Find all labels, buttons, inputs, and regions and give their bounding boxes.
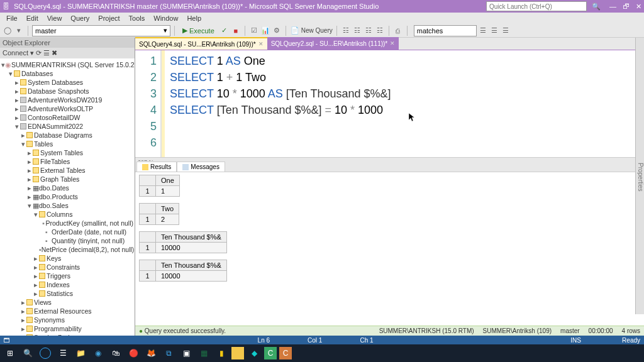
newquery-icon[interactable]: 📄 bbox=[290, 26, 300, 36]
tree-node[interactable]: ▪NetPrice (decimal(8,2), not null) bbox=[1, 245, 133, 254]
terminal-icon[interactable]: ▣ bbox=[179, 346, 194, 361]
tree-node[interactable]: ▸Synonyms bbox=[1, 315, 133, 324]
tree-node[interactable]: ▸Statistics bbox=[1, 289, 133, 298]
tree-node[interactable]: ▸▦ dbo.Dates bbox=[1, 184, 133, 192]
back-icon[interactable]: ◯ bbox=[3, 26, 13, 36]
cortana-icon[interactable] bbox=[38, 346, 53, 361]
task-search-icon[interactable]: 🔍 bbox=[20, 346, 35, 361]
tree-node[interactable]: ▸AdventureWorksDW2019 bbox=[1, 96, 133, 104]
tree-node[interactable]: ▸Service Broker bbox=[1, 333, 133, 336]
close-button[interactable]: ✕ bbox=[636, 3, 641, 11]
tool-h-icon[interactable]: ☰ bbox=[501, 26, 511, 36]
minimize-button[interactable]: — bbox=[609, 3, 616, 11]
app2-icon[interactable]: ◆ bbox=[247, 346, 262, 361]
app4-icon[interactable]: C bbox=[279, 347, 292, 359]
oe-title: Object Explorer bbox=[0, 38, 135, 48]
firefox-icon[interactable]: 🦊 bbox=[143, 346, 158, 361]
tree-node[interactable]: ▸Triggers bbox=[1, 272, 133, 280]
code-lines[interactable]: SELECT 1 AS OneSELECT 1 + 1 TwoSELECT 10… bbox=[162, 50, 644, 157]
oe-refresh-icon[interactable]: ⟳ bbox=[36, 49, 42, 57]
tool-g-icon[interactable]: ☰ bbox=[489, 26, 499, 36]
oe-tree[interactable]: ▾◉ SUMMER\ANTRIKSH (SQL Server 15.0.2095… bbox=[0, 58, 135, 336]
code-editor[interactable]: 123456 SELECT 1 AS OneSELECT 1 + 1 TwoSE… bbox=[135, 50, 644, 157]
tool-a-icon[interactable]: ☷ bbox=[341, 26, 351, 36]
start-button[interactable]: ⊞ bbox=[3, 346, 18, 361]
tree-node[interactable]: ▾▦ dbo.Sales bbox=[1, 201, 133, 210]
tree-node[interactable]: ▸AdventureWorksOLTP bbox=[1, 104, 133, 113]
menu-help[interactable]: Help bbox=[183, 14, 205, 22]
debug-icon[interactable]: ✓ bbox=[219, 26, 230, 36]
oe-connect[interactable]: Connect ▾ bbox=[3, 49, 34, 57]
plan-icon[interactable]: 📊 bbox=[260, 26, 270, 36]
tree-node[interactable]: ▾◉ SUMMER\ANTRIKSH (SQL Server 15.0.2095… bbox=[1, 60, 133, 69]
oe-stop-icon[interactable]: ✖ bbox=[52, 49, 57, 57]
tool-b-icon[interactable]: ☷ bbox=[352, 26, 362, 36]
tree-node[interactable]: ▸External Resources bbox=[1, 307, 133, 315]
tree-node[interactable]: ▸Programmability bbox=[1, 324, 133, 333]
store-icon[interactable]: 🛍 bbox=[108, 346, 123, 361]
tree-node[interactable]: ▸Database Diagrams bbox=[1, 131, 133, 140]
tree-node[interactable]: ▸System Tables bbox=[1, 148, 133, 157]
menu-tools[interactable]: Tools bbox=[125, 14, 149, 22]
tree-node[interactable]: ▾EDNASummit2022 bbox=[1, 122, 133, 131]
matches-input[interactable] bbox=[414, 25, 477, 36]
properties-side-tab[interactable]: Properties bbox=[635, 38, 644, 314]
menu-query[interactable]: Query bbox=[67, 14, 93, 22]
tab-close-icon[interactable]: ✕ bbox=[390, 40, 395, 47]
tab-active[interactable]: SQLQuery4.sql - SU...ER\Antriksh (109))*… bbox=[135, 37, 267, 50]
tree-node[interactable]: ▸External Tables bbox=[1, 166, 133, 175]
query-status-bar: ● Query executed successfully. SUMMER\AN… bbox=[135, 326, 644, 336]
restore-button[interactable]: 🗗 bbox=[623, 3, 630, 11]
database-selector[interactable]: master ▾ bbox=[32, 25, 170, 36]
execute-button[interactable]: ▶ Execute bbox=[179, 26, 218, 35]
tree-node[interactable]: ▸Indexes bbox=[1, 280, 133, 289]
messages-tab[interactable]: Messages bbox=[177, 162, 225, 172]
powerbi-icon[interactable]: ▮ bbox=[214, 346, 229, 361]
tree-node[interactable]: ▸Database Snapshots bbox=[1, 87, 133, 96]
quick-launch-input[interactable] bbox=[486, 1, 587, 11]
tree-node[interactable]: ▸▦ dbo.Products bbox=[1, 192, 133, 201]
tree-node[interactable]: ▾Databases bbox=[1, 69, 133, 78]
tool-f-icon[interactable]: ☰ bbox=[478, 26, 488, 36]
menu-window[interactable]: Window bbox=[150, 14, 182, 22]
menu-edit[interactable]: Edit bbox=[23, 14, 42, 22]
tree-node[interactable]: ▪OrderDate (date, not null) bbox=[1, 228, 133, 236]
menu-view[interactable]: View bbox=[43, 14, 66, 22]
vscode-icon[interactable]: ⧉ bbox=[161, 346, 176, 361]
tree-node[interactable]: ▸FileTables bbox=[1, 157, 133, 166]
excel-icon[interactable]: ▦ bbox=[196, 346, 211, 361]
ssms-icon[interactable] bbox=[231, 347, 244, 359]
status-ins: INS bbox=[570, 337, 581, 344]
tree-node[interactable]: ▸Views bbox=[1, 298, 133, 307]
edge-icon[interactable]: ◉ bbox=[91, 346, 106, 361]
tree-node[interactable]: ▸ContosoRetailDW bbox=[1, 113, 133, 122]
tree-node[interactable]: ▸Keys bbox=[1, 254, 133, 263]
menu-project[interactable]: Project bbox=[94, 14, 123, 22]
tab-other[interactable]: SQLQuery2.sql - SU...ER\Antriksh (111))*… bbox=[267, 37, 399, 50]
parse-icon[interactable]: ☑ bbox=[249, 26, 259, 36]
tree-node[interactable]: ▪ProductKey (smallint, not null) bbox=[1, 219, 133, 228]
results-pane[interactable]: One11Two12Ten Thousand $%&110000Ten Thou… bbox=[135, 172, 644, 326]
results-tab[interactable]: Results bbox=[136, 162, 177, 172]
quick-launch-search-icon[interactable]: 🔍 bbox=[592, 3, 601, 11]
tab-close-icon[interactable]: ✕ bbox=[258, 41, 264, 47]
tree-node[interactable]: ▸Graph Tables bbox=[1, 175, 133, 184]
oe-filter-icon[interactable]: ☰ bbox=[43, 49, 50, 57]
tree-node[interactable]: ▸Constraints bbox=[1, 263, 133, 272]
tool-c-icon[interactable]: ☷ bbox=[364, 26, 374, 36]
newquery-label[interactable]: New Query bbox=[301, 27, 333, 34]
taskview-icon[interactable]: ☰ bbox=[55, 346, 70, 361]
menu-file[interactable]: File bbox=[3, 14, 21, 22]
tool-d-icon[interactable]: ☷ bbox=[375, 26, 385, 36]
chrome-icon[interactable]: 🔴 bbox=[126, 346, 141, 361]
opts-icon[interactable]: ⚙ bbox=[272, 26, 282, 36]
explorer-icon[interactable]: 📁 bbox=[73, 346, 88, 361]
nav-icon[interactable]: ▾ bbox=[14, 26, 24, 36]
tree-node[interactable]: ▪Quantity (tinyint, not null) bbox=[1, 236, 133, 245]
tree-node[interactable]: ▾Tables bbox=[1, 140, 133, 148]
app3-icon[interactable]: C bbox=[264, 347, 277, 359]
tool-e-icon[interactable]: ⎙ bbox=[393, 26, 403, 36]
tree-node[interactable]: ▾Columns bbox=[1, 210, 133, 219]
tree-node[interactable]: ▸System Databases bbox=[1, 78, 133, 87]
stop-icon[interactable]: ■ bbox=[231, 26, 241, 36]
